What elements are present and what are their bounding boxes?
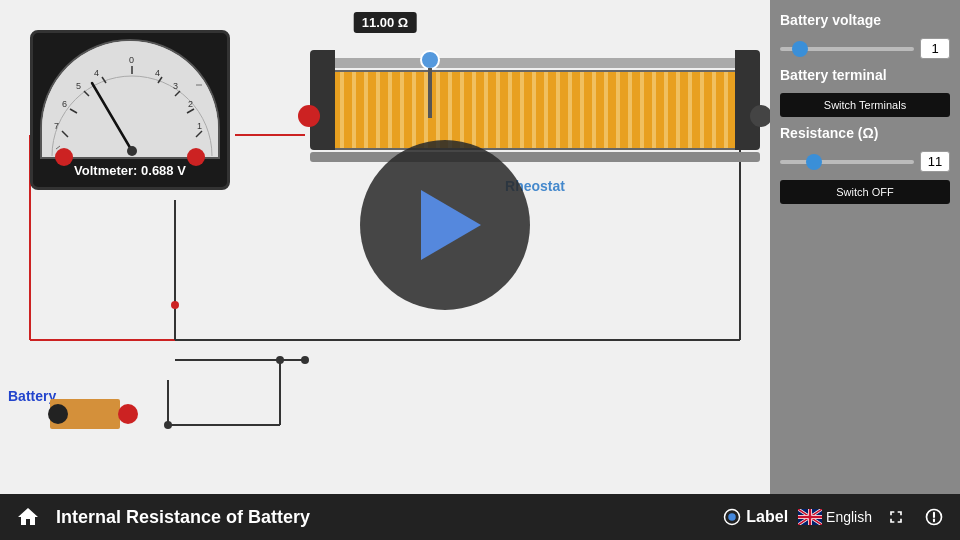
bottom-bar: Internal Resistance of Battery Label (0, 494, 960, 540)
svg-text:0: 0 (129, 55, 134, 65)
resistance-value: 11 (920, 151, 950, 172)
battery-negative-terminal (48, 404, 68, 424)
voltmeter-terminal-right (187, 148, 205, 166)
bottom-right-controls: Label English (723, 503, 948, 531)
rheostat-slider-rod (428, 68, 432, 118)
svg-point-10 (276, 356, 284, 364)
flag-icon (798, 509, 822, 525)
svg-text:3: 3 (173, 81, 178, 91)
home-icon (16, 505, 40, 529)
rheostat-left-terminal (298, 105, 320, 127)
simulation-area: 11.00 Ω (0, 0, 770, 494)
voltmeter-terminal-left (55, 148, 73, 166)
settings-icon (924, 507, 944, 527)
label-text: Label (746, 508, 788, 526)
rheostat-bottom-rail (310, 152, 760, 162)
rheostat-top-rail (310, 58, 760, 68)
svg-text:4: 4 (155, 68, 160, 78)
settings-button[interactable] (920, 503, 948, 531)
svg-text:5: 5 (76, 81, 81, 91)
voltmeter-reading: Voltmeter: 0.688 V (74, 163, 186, 178)
resistance-slider[interactable] (780, 160, 914, 164)
rheostat-right-terminal (750, 105, 770, 127)
svg-point-11 (301, 356, 309, 364)
switch-off-button[interactable]: Switch OFF (780, 180, 950, 204)
language-selector[interactable]: English (798, 509, 872, 525)
svg-point-13 (164, 421, 172, 429)
home-button[interactable] (12, 501, 44, 533)
battery-voltage-slider[interactable] (780, 47, 914, 51)
voltmeter: 7 6 5 4 1 2 3 4 0 (30, 30, 230, 190)
svg-point-7 (171, 301, 179, 309)
battery-label: Battery (8, 388, 56, 404)
play-button[interactable] (360, 140, 530, 310)
battery-terminal-label: Battery terminal (780, 67, 950, 83)
resistance-panel-label: Resistance (Ω) (780, 125, 950, 141)
rheostat-slider-dot[interactable] (420, 50, 440, 70)
svg-text:4: 4 (94, 68, 99, 78)
svg-text:7: 7 (54, 121, 59, 131)
main-area: 11.00 Ω (0, 0, 960, 494)
battery-voltage-value: 1 (920, 38, 950, 59)
switch-terminals-button[interactable]: Switch Terminals (780, 93, 950, 117)
rheostat-right-cap (735, 50, 760, 150)
right-panel: Battery voltage 1 Battery terminal Switc… (770, 0, 960, 494)
label-button[interactable]: Label (723, 508, 788, 526)
voltmeter-dial: 7 6 5 4 1 2 3 4 0 (40, 39, 220, 159)
play-icon (421, 190, 481, 260)
dial-svg: 7 6 5 4 1 2 3 4 0 (42, 41, 220, 159)
resistance-row: 11 (780, 151, 950, 172)
rheostat-coil (330, 70, 740, 150)
svg-text:1: 1 (197, 121, 202, 131)
page-title: Internal Resistance of Battery (56, 507, 711, 528)
svg-text:2: 2 (188, 99, 193, 109)
svg-point-41 (729, 513, 737, 521)
fullscreen-button[interactable] (882, 503, 910, 531)
battery-positive-terminal (118, 404, 138, 424)
battery-voltage-row: 1 (780, 38, 950, 59)
label-circle-icon (723, 508, 741, 526)
rheostat-left-cap (310, 50, 335, 150)
battery-voltage-label: Battery voltage (780, 12, 950, 28)
svg-text:6: 6 (62, 99, 67, 109)
rheostat: Rheostat (310, 30, 760, 190)
fullscreen-icon (886, 507, 906, 527)
svg-point-39 (127, 146, 137, 156)
language-label: English (826, 509, 872, 525)
app: 11.00 Ω (0, 0, 960, 540)
